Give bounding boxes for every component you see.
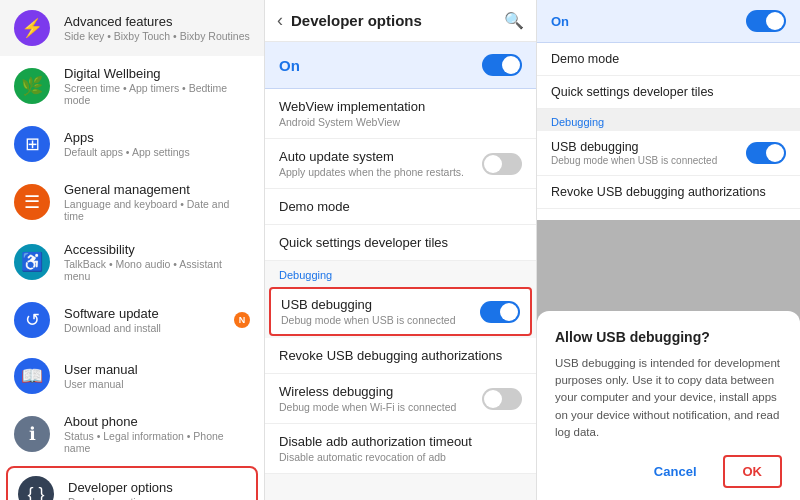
developer-options-title: Developer options xyxy=(68,480,173,495)
sidebar-item-developer-options[interactable]: { }Developer optionsDeveloper options xyxy=(6,466,258,500)
user-manual-subtitle: User manual xyxy=(64,378,138,390)
software-update-title: Software update xyxy=(64,306,161,321)
back-icon[interactable]: ‹ xyxy=(277,10,283,31)
disable-adb-subtitle: Disable automatic revocation of adb xyxy=(279,451,522,463)
debugging-label: Debugging xyxy=(265,261,536,285)
sidebar-item-digital-wellbeing[interactable]: 🌿Digital WellbeingScreen time • App time… xyxy=(0,56,264,116)
mid-panel-header: ‹ Developer options 🔍 xyxy=(265,0,536,42)
usb-debugging-toggle[interactable] xyxy=(480,301,520,323)
right-on-toggle-row[interactable]: On xyxy=(537,0,800,43)
accessibility-title: Accessibility xyxy=(64,242,250,257)
demo-mode-title: Demo mode xyxy=(279,199,522,214)
right-usb-toggle[interactable] xyxy=(746,142,786,164)
general-management-title: General management xyxy=(64,182,250,197)
right-demo-mode-title: Demo mode xyxy=(551,52,786,66)
accessibility-icon: ♿ xyxy=(14,244,50,280)
quick-tiles-title: Quick settings developer tiles xyxy=(279,235,522,250)
right-usb-debugging-item[interactable]: USB debugging Debug mode when USB is con… xyxy=(537,131,800,176)
on-toggle-row[interactable]: On xyxy=(265,42,536,89)
advanced-features-icon: ⚡ xyxy=(14,10,50,46)
digital-wellbeing-icon: 🌿 xyxy=(14,68,50,104)
auto-update-item[interactable]: Auto update system Apply updates when th… xyxy=(265,139,536,189)
right-panel: On Demo mode Quick settings developer ti… xyxy=(537,0,800,500)
sidebar-item-accessibility[interactable]: ♿AccessibilityTalkBack • Mono audio • As… xyxy=(0,232,264,292)
right-debugging-label: Debugging xyxy=(537,109,800,131)
right-demo-mode-item[interactable]: Demo mode xyxy=(537,43,800,76)
right-revoke-title: Revoke USB debugging authorizations xyxy=(551,185,786,199)
about-phone-subtitle: Status • Legal information • Phone name xyxy=(64,430,250,454)
general-management-subtitle: Language and keyboard • Date and time xyxy=(64,198,250,222)
developer-options-panel: ‹ Developer options 🔍 On WebView impleme… xyxy=(265,0,537,500)
wireless-debugging-subtitle: Debug mode when Wi-Fi is connected xyxy=(279,401,456,413)
right-quick-tiles-title: Quick settings developer tiles xyxy=(551,85,786,99)
on-toggle[interactable] xyxy=(482,54,522,76)
sidebar-item-about-phone[interactable]: ℹAbout phoneStatus • Legal information •… xyxy=(0,404,264,464)
dialog-cancel-button[interactable]: Cancel xyxy=(638,455,713,488)
apps-subtitle: Default apps • App settings xyxy=(64,146,190,158)
usb-debugging-item[interactable]: USB debugging Debug mode when USB is con… xyxy=(269,287,532,336)
advanced-features-title: Advanced features xyxy=(64,14,250,29)
advanced-features-subtitle: Side key • Bixby Touch • Bixby Routines xyxy=(64,30,250,42)
webview-item[interactable]: WebView implementation Android System We… xyxy=(265,89,536,139)
user-manual-title: User manual xyxy=(64,362,138,377)
on-label: On xyxy=(279,57,300,74)
auto-update-toggle[interactable] xyxy=(482,153,522,175)
right-wireless-item[interactable]: Wireless debugging Debug mode when Wi-Fi… xyxy=(537,209,800,220)
dialog-title: Allow USB debugging? xyxy=(555,329,782,345)
quick-tiles-item[interactable]: Quick settings developer tiles xyxy=(265,225,536,261)
settings-menu: ⚡Advanced featuresSide key • Bixby Touch… xyxy=(0,0,265,500)
usb-dialog: Allow USB debugging? USB debugging is in… xyxy=(537,311,800,500)
about-phone-title: About phone xyxy=(64,414,250,429)
dialog-body: USB debugging is intended for developmen… xyxy=(555,355,782,441)
sidebar-item-user-manual[interactable]: 📖User manualUser manual xyxy=(0,348,264,404)
about-phone-icon: ℹ xyxy=(14,416,50,452)
user-manual-icon: 📖 xyxy=(14,358,50,394)
revoke-usb-title: Revoke USB debugging authorizations xyxy=(279,348,522,363)
right-usb-subtitle: Debug mode when USB is connected xyxy=(551,155,717,166)
right-usb-title: USB debugging xyxy=(551,140,717,154)
developer-options-icon: { } xyxy=(18,476,54,500)
sidebar-item-software-update[interactable]: ↺Software updateDownload and installN xyxy=(0,292,264,348)
right-on-label: On xyxy=(551,14,569,29)
search-icon[interactable]: 🔍 xyxy=(504,11,524,30)
dialog-buttons: Cancel OK xyxy=(555,455,782,488)
usb-debugging-subtitle: Debug mode when USB is connected xyxy=(281,314,456,326)
dialog-overlay: Allow USB debugging? USB debugging is in… xyxy=(537,220,800,500)
wireless-debugging-item[interactable]: Wireless debugging Debug mode when Wi-Fi… xyxy=(265,374,536,424)
wireless-debugging-title: Wireless debugging xyxy=(279,384,456,399)
apps-title: Apps xyxy=(64,130,190,145)
apps-icon: ⊞ xyxy=(14,126,50,162)
digital-wellbeing-title: Digital Wellbeing xyxy=(64,66,250,81)
sidebar-item-advanced-features[interactable]: ⚡Advanced featuresSide key • Bixby Touch… xyxy=(0,0,264,56)
webview-title: WebView implementation xyxy=(279,99,522,114)
disable-adb-title: Disable adb authorization timeout xyxy=(279,434,522,449)
software-update-subtitle: Download and install xyxy=(64,322,161,334)
usb-debugging-title: USB debugging xyxy=(281,297,456,312)
general-management-icon: ☰ xyxy=(14,184,50,220)
developer-options-subtitle: Developer options xyxy=(68,496,173,500)
auto-update-subtitle: Apply updates when the phone restarts. xyxy=(279,166,464,178)
auto-update-title: Auto update system xyxy=(279,149,464,164)
right-on-toggle[interactable] xyxy=(746,10,786,32)
disable-adb-item[interactable]: Disable adb authorization timeout Disabl… xyxy=(265,424,536,474)
demo-mode-item[interactable]: Demo mode xyxy=(265,189,536,225)
right-quick-tiles-item[interactable]: Quick settings developer tiles xyxy=(537,76,800,109)
right-top-section: On Demo mode Quick settings developer ti… xyxy=(537,0,800,220)
wireless-debugging-toggle[interactable] xyxy=(482,388,522,410)
webview-subtitle: Android System WebView xyxy=(279,116,522,128)
sidebar-item-apps[interactable]: ⊞AppsDefault apps • App settings xyxy=(0,116,264,172)
mid-panel-title: Developer options xyxy=(291,12,496,29)
right-revoke-item[interactable]: Revoke USB debugging authorizations xyxy=(537,176,800,209)
software-update-icon: ↺ xyxy=(14,302,50,338)
dialog-ok-button[interactable]: OK xyxy=(723,455,783,488)
software-update-badge: N xyxy=(234,312,250,328)
sidebar-item-general-management[interactable]: ☰General managementLanguage and keyboard… xyxy=(0,172,264,232)
accessibility-subtitle: TalkBack • Mono audio • Assistant menu xyxy=(64,258,250,282)
revoke-usb-item[interactable]: Revoke USB debugging authorizations xyxy=(265,338,536,374)
digital-wellbeing-subtitle: Screen time • App timers • Bedtime mode xyxy=(64,82,250,106)
